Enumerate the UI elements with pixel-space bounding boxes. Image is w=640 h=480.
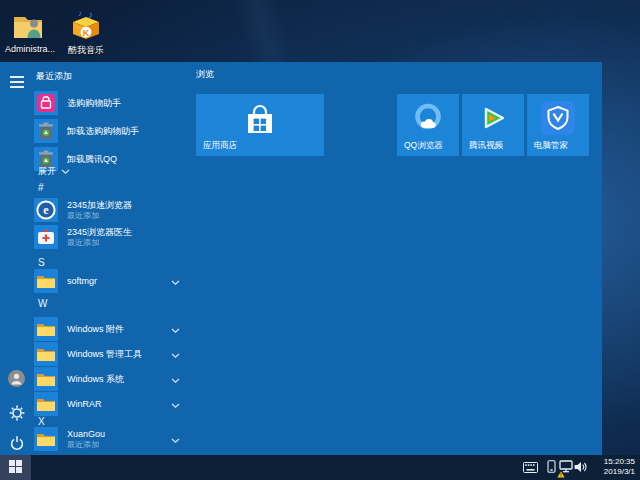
folder-item-label: Windows 管理工具 — [67, 349, 142, 360]
user-account-button[interactable] — [8, 372, 25, 389]
recent-added-header: 最近添加 — [36, 70, 72, 83]
chevron-down-icon — [171, 320, 184, 338]
tile-label: 应用商店 — [203, 140, 237, 152]
section-letter-w[interactable]: W — [38, 298, 47, 309]
tile-pc-manager[interactable]: 电脑管家 — [527, 94, 589, 156]
app-item-label: 卸载腾讯QQ — [67, 154, 117, 165]
desktop-icon-kuwo-music[interactable]: ♪♪K 酷我音乐 — [58, 6, 114, 57]
app-item-shopping-assistant[interactable]: 选购购物助手 — [34, 91, 184, 115]
settings-button[interactable] — [8, 406, 25, 423]
first-aid-kit-icon — [34, 225, 58, 249]
tile-label: 电脑管家 — [534, 140, 568, 152]
folder-item-windows-admin-tools[interactable]: Windows 管理工具 — [34, 342, 184, 366]
shield-icon — [527, 100, 589, 136]
folder-item-label: XuanGou — [67, 429, 105, 440]
app-list: 最近添加 选购购物助手 卸载选购购物助手 卸载腾讯QQ 展开 # e — [32, 62, 192, 455]
app-item-label: 2345浏览器医生 — [67, 227, 132, 238]
app-item-subtitle: 最近添加 — [67, 211, 132, 221]
svg-text:e: e — [43, 203, 49, 217]
gear-icon — [9, 405, 25, 425]
folder-icon — [34, 392, 58, 416]
folder-item-winrar[interactable]: WinRAR — [34, 392, 184, 416]
speaker-icon — [574, 459, 588, 477]
expand-button[interactable]: 展开 — [38, 165, 70, 178]
usb-device-button[interactable] — [545, 455, 557, 480]
folder-item-label: Windows 系统 — [67, 374, 124, 385]
touch-keyboard-button[interactable] — [521, 455, 539, 480]
tile-group-label: 浏览 — [196, 68, 214, 81]
power-icon — [9, 435, 25, 455]
qq-browser-icon — [397, 100, 459, 136]
tile-app-store[interactable]: 应用商店 — [196, 94, 324, 156]
section-letter-x[interactable]: X — [38, 416, 45, 427]
chevron-down-icon — [171, 272, 184, 290]
folder-icon — [34, 342, 58, 366]
chevron-down-icon — [61, 167, 70, 177]
app-item-text: 2345浏览器医生 最近添加 — [67, 227, 132, 248]
start-menu: 最近添加 选购购物助手 卸载选购购物助手 卸载腾讯QQ 展开 # e — [0, 62, 602, 455]
folder-icon — [34, 269, 58, 293]
power-button[interactable] — [8, 436, 25, 453]
kuwo-music-icon: ♪♪K — [58, 6, 114, 42]
shopping-bag-icon — [34, 91, 58, 115]
folder-item-xuangou[interactable]: XuanGou 最近添加 — [34, 427, 184, 451]
warning-triangle-icon — [557, 471, 565, 478]
windows-logo-icon — [9, 459, 22, 477]
app-item-subtitle: 最近添加 — [67, 238, 132, 248]
usb-device-icon — [547, 459, 556, 477]
store-bag-icon — [196, 102, 324, 142]
app-item-2345-browser[interactable]: e 2345加速浏览器 最近添加 — [34, 198, 184, 222]
network-icon — [559, 459, 573, 477]
clock-date: 2019/3/1 — [604, 467, 635, 477]
folder-item-label: softmgr — [67, 276, 97, 287]
chevron-down-icon — [171, 395, 184, 413]
expand-label: 展开 — [38, 165, 56, 178]
app-item-label: 卸载选购购物助手 — [67, 126, 139, 137]
svg-text:K: K — [83, 28, 90, 38]
desktop-icon-administrator[interactable]: Administra... — [2, 6, 58, 54]
folder-item-label: WinRAR — [67, 399, 102, 410]
chevron-down-icon — [171, 430, 184, 448]
hamburger-icon — [10, 74, 24, 92]
folder-item-windows-system[interactable]: Windows 系统 — [34, 367, 184, 391]
app-item-subtitle: 最近添加 — [67, 440, 105, 450]
tile-label: QQ浏览器 — [404, 140, 443, 152]
taskbar: 15:20:35 2019/3/1 — [0, 455, 640, 480]
section-letter-s[interactable]: S — [38, 257, 45, 268]
folder-item-softmgr[interactable]: softmgr — [34, 269, 184, 293]
section-letter-hash[interactable]: # — [38, 182, 44, 193]
app-item-text: XuanGou 最近添加 — [67, 429, 105, 450]
user-folder-icon — [2, 6, 58, 42]
browser-e-icon: e — [34, 198, 58, 222]
user-avatar-icon — [8, 370, 25, 391]
app-item-uninstall-shopping[interactable]: 卸载选购购物助手 — [34, 119, 184, 143]
folder-icon — [34, 317, 58, 341]
tile-tencent-video[interactable]: 腾讯视频 — [462, 94, 524, 156]
app-item-2345-browser-doctor[interactable]: 2345浏览器医生 最近添加 — [34, 225, 184, 249]
chevron-down-icon — [171, 370, 184, 388]
tile-label: 腾讯视频 — [469, 140, 503, 152]
app-item-text: 2345加速浏览器 最近添加 — [67, 200, 132, 221]
desktop-icon-label: 酷我音乐 — [58, 44, 114, 57]
app-item-label: 选购购物助手 — [67, 98, 121, 109]
keyboard-icon — [523, 459, 538, 477]
volume-button[interactable] — [573, 455, 589, 480]
app-item-label: 2345加速浏览器 — [67, 200, 132, 211]
svg-text:♪: ♪ — [78, 9, 82, 18]
network-status-button[interactable] — [558, 455, 574, 480]
clock-time: 15:20:35 — [604, 457, 635, 467]
folder-icon — [34, 427, 58, 451]
start-button[interactable] — [0, 455, 31, 480]
taskbar-clock[interactable]: 15:20:35 2019/3/1 — [604, 457, 635, 477]
trash-uninstall-icon — [34, 119, 58, 143]
desktop-icon-label: Administra... — [2, 44, 58, 54]
folder-icon — [34, 367, 58, 391]
tencent-video-icon — [462, 101, 524, 135]
hamburger-menu-button[interactable] — [8, 74, 25, 91]
folder-item-windows-accessories[interactable]: Windows 附件 — [34, 317, 184, 341]
tile-qq-browser[interactable]: QQ浏览器 — [397, 94, 459, 156]
folder-item-label: Windows 附件 — [67, 324, 124, 335]
chevron-down-icon — [171, 345, 184, 363]
desktop: Administra... ♪♪K 酷我音乐 最近添加 选购购物助手 — [0, 0, 640, 480]
